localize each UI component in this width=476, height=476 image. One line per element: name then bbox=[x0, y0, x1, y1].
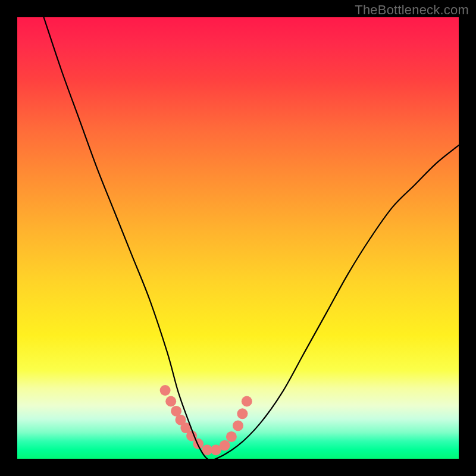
highlight-marker bbox=[165, 396, 176, 407]
highlight-marker bbox=[242, 396, 252, 407]
bottleneck-curve bbox=[44, 17, 459, 459]
highlight-marker bbox=[220, 440, 230, 451]
highlight-marker bbox=[160, 385, 171, 396]
plot-area bbox=[17, 17, 459, 459]
highlight-marker bbox=[226, 431, 237, 442]
highlight-marker bbox=[237, 408, 248, 419]
highlight-marker bbox=[233, 420, 243, 431]
watermark-text: TheBottleneck.com bbox=[355, 2, 469, 18]
highlight-marker bbox=[193, 439, 203, 449]
curve-layer bbox=[17, 17, 459, 459]
chart-frame: TheBottleneck.com bbox=[0, 0, 476, 476]
